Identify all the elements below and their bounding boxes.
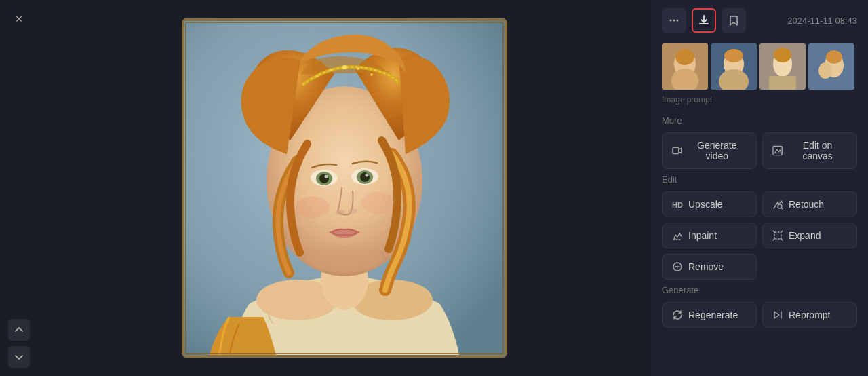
svg-point-9 bbox=[330, 69, 332, 71]
inpaint-icon bbox=[672, 230, 683, 241]
svg-point-28 bbox=[670, 20, 672, 22]
generate-section-label: Generate bbox=[662, 285, 857, 295]
expand-button[interactable]: Expand bbox=[762, 223, 857, 248]
expand-icon bbox=[772, 230, 783, 241]
reprompt-label: Reprompt bbox=[789, 309, 830, 320]
retouch-icon bbox=[772, 199, 783, 210]
svg-point-33 bbox=[675, 49, 694, 65]
more-buttons: Generate video Edit on canvas bbox=[662, 132, 857, 169]
svg-point-8 bbox=[342, 65, 347, 69]
edit-section-label: Edit bbox=[662, 174, 857, 185]
canvas-icon bbox=[772, 145, 783, 156]
svg-point-47 bbox=[826, 50, 842, 64]
thumbnail-4[interactable] bbox=[808, 43, 854, 90]
svg-point-25 bbox=[307, 246, 382, 273]
bookmark-icon bbox=[728, 14, 740, 26]
svg-point-12 bbox=[370, 73, 373, 76]
generate-video-button[interactable]: Generate video bbox=[662, 132, 757, 169]
expand-label: Expand bbox=[789, 230, 821, 241]
close-button[interactable]: × bbox=[8, 8, 30, 30]
bookmark-button[interactable] bbox=[722, 8, 746, 33]
svg-point-10 bbox=[357, 67, 359, 70]
download-button[interactable] bbox=[692, 8, 716, 33]
thumbnail-3[interactable] bbox=[760, 43, 806, 90]
edit-buttons-row2: Inpaint Expand bbox=[662, 223, 857, 248]
remove-button[interactable]: Remove bbox=[662, 254, 757, 280]
close-icon: × bbox=[16, 12, 23, 26]
thumbnail-1[interactable] bbox=[662, 43, 708, 90]
main-image-area bbox=[38, 0, 651, 376]
svg-point-38 bbox=[724, 49, 743, 62]
inpaint-label: Inpaint bbox=[688, 230, 717, 241]
thumbnail-2[interactable] bbox=[711, 43, 757, 90]
download-icon bbox=[698, 14, 710, 26]
more-options-button[interactable] bbox=[662, 8, 686, 33]
svg-point-29 bbox=[673, 20, 675, 22]
svg-point-23 bbox=[296, 196, 330, 218]
generate-video-label: Generate video bbox=[688, 140, 747, 162]
left-sidebar: × bbox=[0, 0, 38, 376]
edit-on-canvas-button[interactable]: Edit on canvas bbox=[762, 132, 857, 169]
reprompt-button[interactable]: Reprompt bbox=[762, 302, 857, 328]
svg-point-22 bbox=[348, 208, 357, 214]
svg-point-17 bbox=[319, 174, 329, 183]
reprompt-icon bbox=[772, 309, 783, 320]
upscale-label: Upscale bbox=[688, 199, 723, 210]
hd-icon: HD bbox=[672, 200, 683, 209]
svg-point-30 bbox=[677, 20, 679, 22]
thumbnail-label: Image prompt bbox=[662, 95, 857, 105]
inpaint-button[interactable]: Inpaint bbox=[662, 223, 757, 248]
retouch-button[interactable]: Retouch bbox=[762, 191, 857, 217]
regenerate-button[interactable]: Regenerate bbox=[662, 302, 757, 328]
nav-up-button[interactable] bbox=[8, 319, 30, 341]
svg-point-24 bbox=[361, 192, 395, 214]
action-bar: 2024-11-11 08:43 bbox=[662, 8, 857, 33]
edit-buttons-row3: Remove bbox=[662, 254, 857, 280]
retouch-label: Retouch bbox=[789, 199, 824, 210]
svg-point-48 bbox=[818, 62, 832, 79]
edit-on-canvas-label: Edit on canvas bbox=[788, 140, 847, 162]
remove-label: Remove bbox=[688, 261, 724, 272]
remove-icon bbox=[672, 261, 683, 272]
svg-point-18 bbox=[360, 172, 370, 182]
svg-point-11 bbox=[316, 75, 319, 77]
image-container bbox=[182, 18, 507, 358]
chevron-up-icon bbox=[14, 325, 24, 335]
svg-point-20 bbox=[366, 174, 369, 177]
svg-rect-53 bbox=[774, 232, 781, 239]
svg-rect-49 bbox=[673, 147, 679, 153]
svg-rect-43 bbox=[769, 76, 796, 90]
right-panel: 2024-11-11 08:43 bbox=[651, 0, 868, 376]
portrait-painting bbox=[182, 18, 507, 358]
upscale-button[interactable]: HD Upscale bbox=[662, 191, 757, 217]
chevron-down-icon bbox=[14, 352, 24, 362]
edit-buttons-row1: HD Upscale Retouch bbox=[662, 191, 857, 217]
svg-point-42 bbox=[774, 48, 791, 62]
navigation-arrows bbox=[8, 319, 30, 368]
more-icon bbox=[668, 14, 680, 26]
nav-down-button[interactable] bbox=[8, 346, 30, 368]
regenerate-label: Regenerate bbox=[688, 309, 738, 320]
thumbnail-strip bbox=[662, 43, 857, 90]
svg-text:HD: HD bbox=[672, 201, 683, 209]
svg-point-19 bbox=[325, 175, 328, 178]
regenerate-icon bbox=[672, 309, 683, 320]
video-icon bbox=[672, 145, 682, 156]
more-section-label: More bbox=[662, 115, 857, 126]
timestamp: 2024-11-11 08:43 bbox=[787, 16, 857, 26]
svg-point-21 bbox=[336, 210, 345, 215]
generate-buttons: Regenerate Reprompt bbox=[662, 302, 857, 328]
